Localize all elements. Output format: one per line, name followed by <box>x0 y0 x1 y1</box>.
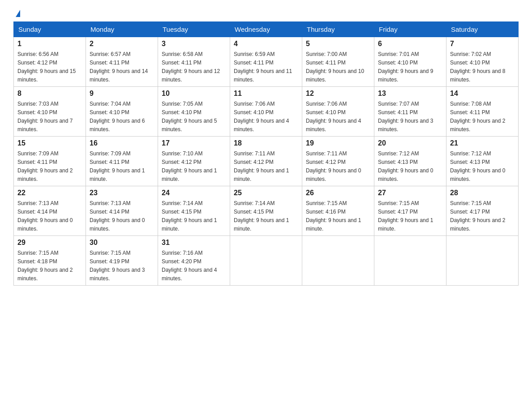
day-info: Sunrise: 7:06 AMSunset: 4:10 PMDaylight:… <box>234 101 289 133</box>
day-number: 3 <box>162 40 226 48</box>
day-cell: 26 Sunrise: 7:15 AMSunset: 4:16 PMDaylig… <box>302 186 374 236</box>
day-number: 31 <box>162 239 226 247</box>
day-number: 1 <box>17 40 82 48</box>
day-info: Sunrise: 7:13 AMSunset: 4:14 PMDaylight:… <box>90 200 145 232</box>
day-cell: 13 Sunrise: 7:07 AMSunset: 4:11 PMDaylig… <box>374 87 446 137</box>
day-cell: 7 Sunrise: 7:02 AMSunset: 4:10 PMDayligh… <box>446 37 519 87</box>
day-info: Sunrise: 7:08 AMSunset: 4:11 PMDaylight:… <box>450 101 505 133</box>
day-cell: 1 Sunrise: 6:56 AMSunset: 4:12 PMDayligh… <box>14 37 86 87</box>
day-info: Sunrise: 7:04 AMSunset: 4:10 PMDaylight:… <box>90 101 145 133</box>
page-header <box>13 9 519 17</box>
day-info: Sunrise: 7:06 AMSunset: 4:10 PMDaylight:… <box>306 101 361 133</box>
day-cell: 20 Sunrise: 7:12 AMSunset: 4:13 PMDaylig… <box>374 137 446 186</box>
day-info: Sunrise: 7:15 AMSunset: 4:16 PMDaylight:… <box>306 200 361 232</box>
weekday-header-friday: Friday <box>374 22 446 37</box>
day-info: Sunrise: 7:15 AMSunset: 4:17 PMDaylight:… <box>450 200 505 232</box>
day-cell <box>302 236 374 286</box>
day-cell: 9 Sunrise: 7:04 AMSunset: 4:10 PMDayligh… <box>86 87 158 137</box>
day-number: 9 <box>90 90 154 98</box>
day-number: 8 <box>17 90 82 98</box>
day-info: Sunrise: 6:57 AMSunset: 4:11 PMDaylight:… <box>90 51 148 83</box>
day-info: Sunrise: 7:00 AMSunset: 4:11 PMDaylight:… <box>306 51 364 83</box>
day-number: 12 <box>306 90 370 98</box>
week-row-1: 1 Sunrise: 6:56 AMSunset: 4:12 PMDayligh… <box>14 37 519 87</box>
day-number: 23 <box>90 189 154 197</box>
weekday-header-tuesday: Tuesday <box>158 22 230 37</box>
day-cell: 28 Sunrise: 7:15 AMSunset: 4:17 PMDaylig… <box>446 186 519 236</box>
day-info: Sunrise: 7:11 AMSunset: 4:12 PMDaylight:… <box>234 150 289 182</box>
day-info: Sunrise: 6:56 AMSunset: 4:12 PMDaylight:… <box>17 51 76 83</box>
day-number: 14 <box>450 90 515 98</box>
day-info: Sunrise: 6:59 AMSunset: 4:11 PMDaylight:… <box>234 51 292 83</box>
day-cell: 17 Sunrise: 7:10 AMSunset: 4:12 PMDaylig… <box>158 137 230 186</box>
day-info: Sunrise: 7:05 AMSunset: 4:10 PMDaylight:… <box>162 101 217 133</box>
day-info: Sunrise: 7:07 AMSunset: 4:11 PMDaylight:… <box>378 101 433 133</box>
day-cell: 10 Sunrise: 7:05 AMSunset: 4:10 PMDaylig… <box>158 87 230 137</box>
week-row-2: 8 Sunrise: 7:03 AMSunset: 4:10 PMDayligh… <box>14 87 519 137</box>
day-cell: 3 Sunrise: 6:58 AMSunset: 4:11 PMDayligh… <box>158 37 230 87</box>
day-number: 7 <box>450 40 515 48</box>
day-number: 17 <box>162 139 226 147</box>
weekday-header-saturday: Saturday <box>446 22 519 37</box>
day-cell: 30 Sunrise: 7:15 AMSunset: 4:19 PMDaylig… <box>86 236 158 286</box>
day-cell: 31 Sunrise: 7:16 AMSunset: 4:20 PMDaylig… <box>158 236 230 286</box>
day-cell: 18 Sunrise: 7:11 AMSunset: 4:12 PMDaylig… <box>230 137 302 186</box>
day-info: Sunrise: 7:03 AMSunset: 4:10 PMDaylight:… <box>17 101 73 133</box>
day-number: 22 <box>17 189 82 197</box>
calendar-table: SundayMondayTuesdayWednesdayThursdayFrid… <box>13 21 519 286</box>
day-cell <box>446 236 519 286</box>
day-number: 24 <box>162 189 226 197</box>
day-info: Sunrise: 7:15 AMSunset: 4:19 PMDaylight:… <box>90 250 145 282</box>
day-info: Sunrise: 7:12 AMSunset: 4:13 PMDaylight:… <box>450 150 505 182</box>
day-number: 10 <box>162 90 226 98</box>
weekday-header-monday: Monday <box>86 22 158 37</box>
day-cell: 24 Sunrise: 7:14 AMSunset: 4:15 PMDaylig… <box>158 186 230 236</box>
day-info: Sunrise: 7:01 AMSunset: 4:10 PMDaylight:… <box>378 51 433 83</box>
day-number: 28 <box>450 189 515 197</box>
day-info: Sunrise: 7:12 AMSunset: 4:13 PMDaylight:… <box>378 150 433 182</box>
day-number: 4 <box>234 40 298 48</box>
day-info: Sunrise: 7:14 AMSunset: 4:15 PMDaylight:… <box>234 200 289 232</box>
day-info: Sunrise: 7:10 AMSunset: 4:12 PMDaylight:… <box>162 150 217 182</box>
day-cell: 14 Sunrise: 7:08 AMSunset: 4:11 PMDaylig… <box>446 87 519 137</box>
day-number: 15 <box>17 139 82 147</box>
day-cell: 16 Sunrise: 7:09 AMSunset: 4:11 PMDaylig… <box>86 137 158 186</box>
day-cell: 2 Sunrise: 6:57 AMSunset: 4:11 PMDayligh… <box>86 37 158 87</box>
day-number: 21 <box>450 139 515 147</box>
day-number: 27 <box>378 189 442 197</box>
weekday-header-row: SundayMondayTuesdayWednesdayThursdayFrid… <box>14 22 519 37</box>
day-number: 18 <box>234 139 298 147</box>
day-number: 25 <box>234 189 298 197</box>
day-cell: 4 Sunrise: 6:59 AMSunset: 4:11 PMDayligh… <box>230 37 302 87</box>
weekday-header-thursday: Thursday <box>302 22 374 37</box>
day-number: 11 <box>234 90 298 98</box>
day-info: Sunrise: 7:15 AMSunset: 4:17 PMDaylight:… <box>378 200 433 232</box>
weekday-header-sunday: Sunday <box>14 22 86 37</box>
day-number: 6 <box>378 40 442 48</box>
day-number: 30 <box>90 239 154 247</box>
day-cell: 23 Sunrise: 7:13 AMSunset: 4:14 PMDaylig… <box>86 186 158 236</box>
day-cell: 5 Sunrise: 7:00 AMSunset: 4:11 PMDayligh… <box>302 37 374 87</box>
day-number: 2 <box>90 40 154 48</box>
week-row-4: 22 Sunrise: 7:13 AMSunset: 4:14 PMDaylig… <box>14 186 519 236</box>
day-cell: 6 Sunrise: 7:01 AMSunset: 4:10 PMDayligh… <box>374 37 446 87</box>
day-number: 16 <box>90 139 154 147</box>
day-info: Sunrise: 7:09 AMSunset: 4:11 PMDaylight:… <box>90 150 145 182</box>
day-info: Sunrise: 7:14 AMSunset: 4:15 PMDaylight:… <box>162 200 217 232</box>
day-number: 13 <box>378 90 442 98</box>
week-row-5: 29 Sunrise: 7:15 AMSunset: 4:18 PMDaylig… <box>14 236 519 286</box>
logo <box>13 9 20 17</box>
day-info: Sunrise: 7:16 AMSunset: 4:20 PMDaylight:… <box>162 250 217 282</box>
day-info: Sunrise: 7:09 AMSunset: 4:11 PMDaylight:… <box>17 150 73 182</box>
day-number: 19 <box>306 139 370 147</box>
day-info: Sunrise: 6:58 AMSunset: 4:11 PMDaylight:… <box>162 51 220 83</box>
weekday-header-wednesday: Wednesday <box>230 22 302 37</box>
day-cell: 11 Sunrise: 7:06 AMSunset: 4:10 PMDaylig… <box>230 87 302 137</box>
day-cell: 19 Sunrise: 7:11 AMSunset: 4:12 PMDaylig… <box>302 137 374 186</box>
day-cell <box>374 236 446 286</box>
day-cell: 15 Sunrise: 7:09 AMSunset: 4:11 PMDaylig… <box>14 137 86 186</box>
day-number: 29 <box>17 239 82 247</box>
day-cell: 12 Sunrise: 7:06 AMSunset: 4:10 PMDaylig… <box>302 87 374 137</box>
day-number: 5 <box>306 40 370 48</box>
day-info: Sunrise: 7:02 AMSunset: 4:10 PMDaylight:… <box>450 51 505 83</box>
